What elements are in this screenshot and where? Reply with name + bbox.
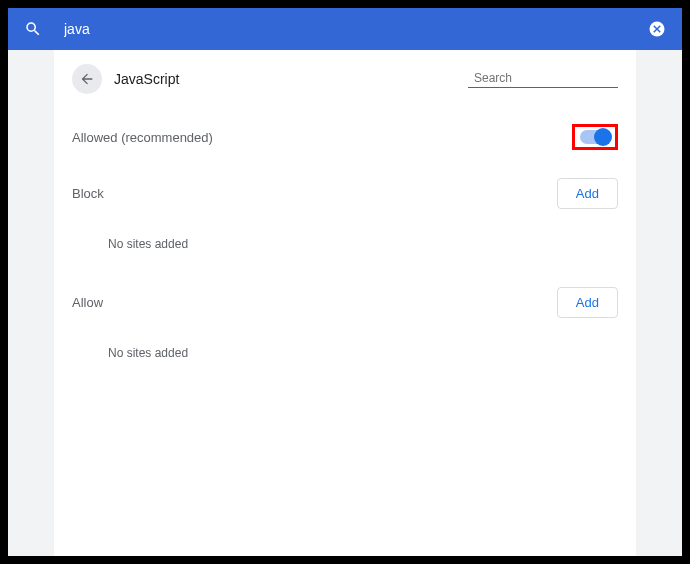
javascript-toggle[interactable]	[580, 130, 610, 144]
block-section-header: Block Add	[72, 178, 618, 209]
highlight-annotation	[572, 124, 618, 150]
settings-window: JavaScript Allowed (recommended) Block A…	[8, 8, 682, 556]
add-allow-button[interactable]: Add	[557, 287, 618, 318]
top-search-bar	[8, 8, 682, 50]
search-icon	[24, 20, 42, 38]
block-label: Block	[72, 186, 104, 201]
allow-label: Allow	[72, 295, 103, 310]
panel-header: JavaScript	[72, 64, 618, 94]
settings-panel: JavaScript Allowed (recommended) Block A…	[54, 50, 636, 556]
top-search-input[interactable]	[64, 21, 648, 37]
allow-section-header: Allow Add	[72, 287, 618, 318]
content-area: JavaScript Allowed (recommended) Block A…	[8, 50, 682, 556]
panel-search[interactable]	[468, 71, 618, 88]
arrow-back-icon	[79, 71, 95, 87]
allowed-label: Allowed (recommended)	[72, 130, 213, 145]
page-title: JavaScript	[114, 71, 456, 87]
add-block-button[interactable]: Add	[557, 178, 618, 209]
back-button[interactable]	[72, 64, 102, 94]
allowed-row: Allowed (recommended)	[72, 124, 618, 150]
allow-empty-text: No sites added	[108, 346, 618, 360]
toggle-knob	[594, 128, 612, 146]
close-icon[interactable]	[648, 20, 666, 38]
panel-search-input[interactable]	[474, 71, 624, 85]
block-empty-text: No sites added	[108, 237, 618, 251]
